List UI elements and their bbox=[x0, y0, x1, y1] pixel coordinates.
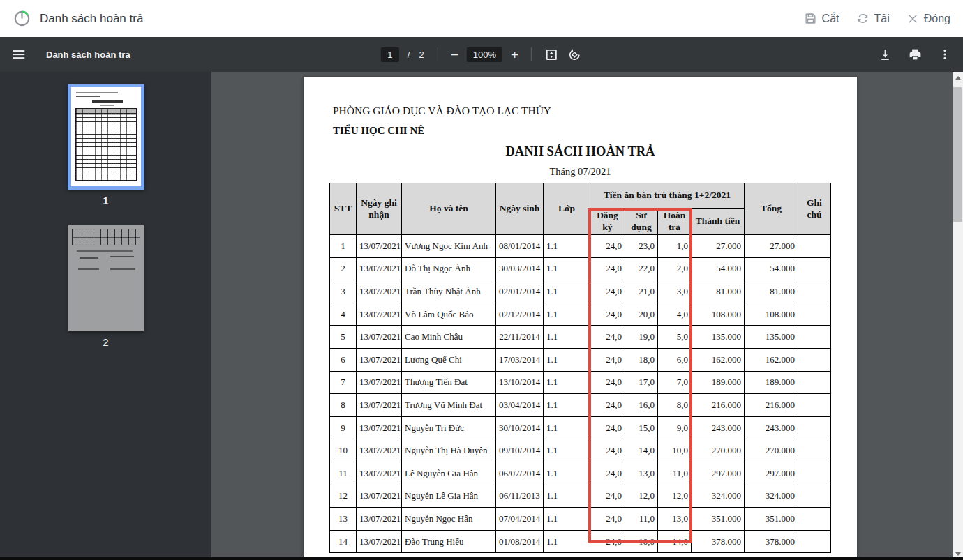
table-cell: Đào Trung Hiếu bbox=[402, 530, 496, 553]
table-cell: 12,0 bbox=[625, 485, 658, 508]
reload-button[interactable]: Tải bbox=[856, 12, 890, 25]
table-cell: 19,0 bbox=[625, 326, 658, 349]
page-number-input[interactable]: 1 bbox=[381, 47, 399, 62]
table-row: 113/07/2021Vương Ngọc Kim Anh08/01/20141… bbox=[330, 235, 831, 258]
rotate-icon[interactable] bbox=[567, 47, 582, 62]
zoom-out-button[interactable]: − bbox=[451, 48, 458, 61]
table-cell: 1.1 bbox=[544, 303, 590, 326]
table-cell bbox=[798, 280, 831, 303]
table-cell bbox=[798, 257, 831, 280]
table-cell: 13/07/2021 bbox=[357, 485, 402, 508]
zoom-in-button[interactable]: + bbox=[511, 48, 518, 61]
print-icon[interactable] bbox=[908, 47, 923, 62]
close-button[interactable]: Đóng bbox=[906, 13, 950, 25]
table-cell: 1.1 bbox=[544, 508, 590, 531]
table-cell: 07/04/2014 bbox=[496, 508, 544, 531]
table-cell bbox=[798, 416, 831, 439]
header-actions: Cắt Tải Đón bbox=[804, 12, 950, 25]
thumb-art bbox=[77, 250, 133, 252]
table-cell: 14,0 bbox=[625, 439, 658, 462]
table-cell: 13/07/2021 bbox=[357, 439, 402, 462]
thumbnail-page-1[interactable] bbox=[68, 84, 144, 190]
table-cell: 6 bbox=[330, 348, 357, 371]
table-cell: 24,0 bbox=[590, 439, 625, 462]
app-window: Danh sách hoàn trả Cắt bbox=[0, 0, 963, 560]
thumb-art bbox=[78, 268, 99, 270]
table-cell: 27.000 bbox=[745, 235, 798, 258]
fit-page-button[interactable] bbox=[544, 47, 559, 62]
table-cell: 297.000 bbox=[745, 462, 798, 485]
thumbnail-page-2[interactable] bbox=[68, 225, 144, 331]
table-cell: 18,0 bbox=[625, 348, 658, 371]
table-cell: 81.000 bbox=[692, 280, 745, 303]
table-cell: Trương Vũ Minh Đạt bbox=[402, 394, 496, 417]
zoom-level[interactable]: 100% bbox=[467, 47, 502, 62]
table-cell: 243.000 bbox=[745, 416, 798, 439]
table-cell: Nguyễn Ngọc Hân bbox=[402, 508, 496, 531]
table-cell: 2 bbox=[330, 257, 357, 280]
table-cell: Vương Ngọc Kim Anh bbox=[402, 235, 496, 258]
vertical-scrollbar[interactable] bbox=[953, 72, 963, 560]
scrollbar-thumb[interactable] bbox=[953, 87, 962, 222]
table-cell: Trần Thùy Nhật Ánh bbox=[402, 280, 496, 303]
col-header-thanh-tien: Thành tiền bbox=[692, 209, 745, 235]
table-cell: 24,0 bbox=[590, 348, 625, 371]
table-cell: 17/03/2014 bbox=[496, 348, 544, 371]
table-cell: 378.000 bbox=[745, 530, 798, 553]
save-button[interactable]: Cắt bbox=[804, 12, 839, 25]
table-cell: 13/07/2021 bbox=[357, 235, 402, 258]
table-cell: 02/12/2014 bbox=[496, 303, 544, 326]
pdf-page-controls: 1 / 2 − 100% + bbox=[381, 37, 582, 72]
table-cell: 06/11/2013 bbox=[496, 485, 544, 508]
table-cell: 10,0 bbox=[625, 530, 658, 553]
viewer-content: 1 2 PHÒNG GIÁO DỤC VÀ ĐÀO TẠO LẠC THỦY T… bbox=[0, 72, 963, 560]
scrollbar-up-arrow[interactable] bbox=[953, 72, 963, 84]
col-header-ngay-ghi-nhan: Ngày ghi nhận bbox=[357, 183, 402, 235]
table-cell: 12 bbox=[330, 485, 357, 508]
table-cell: 13/07/2021 bbox=[357, 462, 402, 485]
pdf-toolbar-actions bbox=[878, 47, 952, 62]
menu-icon[interactable] bbox=[11, 47, 27, 62]
table-cell: 12,0 bbox=[658, 485, 692, 508]
save-label: Cắt bbox=[822, 13, 839, 25]
table-cell: 13 bbox=[330, 508, 357, 531]
table-row: 1313/07/2021Nguyễn Ngọc Hân07/04/20141.1… bbox=[330, 508, 831, 531]
download-icon[interactable] bbox=[878, 47, 893, 62]
table-row: 813/07/2021Trương Vũ Minh Đạt03/04/20141… bbox=[330, 394, 831, 417]
table-cell: 1,0 bbox=[658, 235, 692, 258]
table-cell: 2,0 bbox=[658, 257, 692, 280]
more-options-icon[interactable] bbox=[938, 47, 952, 61]
table-cell: Cao Minh Châu bbox=[402, 326, 496, 349]
table-cell: Đỗ Thị Ngọc Ánh bbox=[402, 257, 496, 280]
table-cell: 24,0 bbox=[590, 485, 625, 508]
page-total: 2 bbox=[419, 50, 424, 60]
table-cell: 1.1 bbox=[544, 462, 590, 485]
thumb-art bbox=[110, 268, 135, 270]
table-cell: 10,0 bbox=[658, 439, 692, 462]
pdf-toolbar: Danh sách hoàn trả 1 / 2 − 100% + bbox=[0, 37, 963, 72]
table-cell: 1.1 bbox=[544, 326, 590, 349]
pdf-viewport[interactable]: PHÒNG GIÁO DỤC VÀ ĐÀO TẠO LẠC THỦY TIỂU … bbox=[211, 72, 953, 560]
table-cell: 01/08/2014 bbox=[496, 530, 544, 553]
table-cell: 14,0 bbox=[658, 530, 692, 553]
thumbnail-label-1: 1 bbox=[103, 195, 108, 206]
table-cell: Thượng Tiến Đạt bbox=[402, 371, 496, 394]
table-row: 1113/07/2021Lê Nguyễn Gia Hân06/07/20141… bbox=[330, 462, 831, 485]
col-header-tong: Tổng bbox=[745, 183, 798, 235]
table-cell: 10 bbox=[330, 439, 357, 462]
table-cell: 20,0 bbox=[625, 303, 658, 326]
table-cell: 13/07/2021 bbox=[357, 257, 402, 280]
thumbnail-label-2: 2 bbox=[103, 336, 108, 348]
table-cell: 1 bbox=[330, 235, 357, 258]
table-cell: 13/07/2021 bbox=[357, 530, 402, 553]
table-cell: 30/03/2014 bbox=[496, 257, 544, 280]
thumb-art bbox=[100, 105, 114, 106]
close-icon bbox=[906, 13, 919, 25]
table-cell: 54.000 bbox=[692, 257, 745, 280]
table-cell bbox=[798, 348, 831, 371]
table-cell bbox=[798, 326, 831, 349]
table-cell: 24,0 bbox=[590, 508, 625, 531]
table-cell bbox=[798, 508, 831, 531]
table-row: 713/07/2021Thượng Tiến Đạt13/10/20141.12… bbox=[330, 371, 831, 394]
table-cell bbox=[798, 485, 831, 508]
